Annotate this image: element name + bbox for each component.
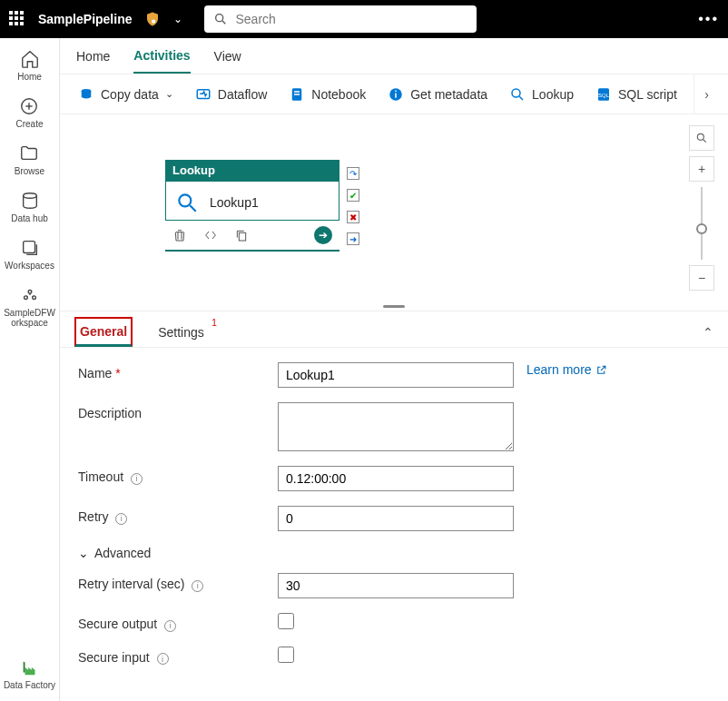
port-failure-icon[interactable]: ✖ bbox=[347, 211, 359, 223]
toolbar-label: Get metadata bbox=[410, 87, 487, 102]
info-icon[interactable]: i bbox=[164, 620, 176, 632]
svg-point-23 bbox=[697, 133, 703, 140]
nav-sample-workspace[interactable]: SampleDFWorkspace bbox=[4, 285, 56, 328]
learn-more-link[interactable]: Learn more bbox=[526, 362, 607, 377]
top-bar: SamplePipeline ⌄ ••• bbox=[0, 0, 728, 38]
port-success-icon[interactable]: ✔ bbox=[347, 189, 359, 202]
secure-input-checkbox[interactable] bbox=[278, 647, 294, 663]
chevron-down-icon: ⌄ bbox=[78, 546, 89, 560]
secure-output-checkbox[interactable] bbox=[278, 613, 294, 629]
svg-point-6 bbox=[23, 193, 36, 199]
toolbar-notebook[interactable]: Notebook bbox=[280, 81, 375, 108]
database-icon bbox=[20, 191, 40, 211]
code-icon[interactable] bbox=[203, 228, 218, 242]
toolbar-label: Dataflow bbox=[218, 87, 267, 102]
info-icon[interactable]: i bbox=[192, 580, 203, 592]
toolbar-dataflow[interactable]: Dataflow bbox=[186, 81, 276, 108]
nav-data-factory[interactable]: Data Factory bbox=[4, 657, 55, 690]
tab-home[interactable]: Home bbox=[76, 40, 110, 73]
retry-input[interactable] bbox=[278, 506, 514, 531]
zoom-slider[interactable] bbox=[701, 187, 703, 260]
app-launcher-icon[interactable] bbox=[9, 11, 25, 27]
svg-rect-12 bbox=[197, 89, 210, 98]
svg-rect-14 bbox=[294, 91, 300, 93]
svg-line-20 bbox=[519, 96, 523, 100]
node-name: Lookup1 bbox=[210, 195, 259, 210]
svg-rect-7 bbox=[23, 242, 34, 253]
nav-browse[interactable]: Browse bbox=[15, 143, 44, 176]
shield-icon bbox=[144, 11, 161, 27]
nav-label: Browse bbox=[15, 166, 44, 176]
settings-badge: 1 bbox=[212, 318, 217, 328]
top-tabs: Home Activities View bbox=[60, 38, 728, 74]
copy-icon[interactable] bbox=[234, 228, 249, 242]
timeout-label: Timeout i bbox=[78, 466, 278, 485]
plus-circle-icon bbox=[19, 96, 39, 116]
sql-icon: SQL bbox=[595, 86, 612, 103]
nav-workspaces[interactable]: Workspaces bbox=[5, 238, 54, 271]
timeout-input[interactable] bbox=[278, 466, 514, 491]
node-output-ports: ↷ ✔ ✖ ➜ bbox=[347, 167, 359, 245]
info-icon[interactable]: i bbox=[157, 653, 169, 665]
description-label: Description bbox=[78, 402, 278, 420]
svg-rect-27 bbox=[239, 232, 245, 241]
search-field[interactable] bbox=[204, 5, 477, 33]
notebook-icon bbox=[289, 86, 305, 103]
node-type-label: Lookup bbox=[165, 160, 339, 181]
description-input[interactable] bbox=[278, 402, 514, 451]
info-icon[interactable]: i bbox=[131, 473, 143, 485]
delete-icon[interactable] bbox=[172, 228, 187, 242]
properties-panel: Name * Learn more Description Timeout i … bbox=[60, 347, 728, 701]
more-icon[interactable]: ••• bbox=[698, 11, 719, 27]
svg-rect-18 bbox=[395, 90, 397, 92]
info-icon[interactable]: i bbox=[115, 513, 127, 525]
advanced-toggle[interactable]: ⌄ Advanced bbox=[78, 546, 710, 560]
data-factory-icon bbox=[20, 657, 40, 677]
name-input[interactable] bbox=[278, 362, 514, 388]
retry-interval-input[interactable] bbox=[278, 573, 514, 598]
toolbar-lookup[interactable]: Lookup bbox=[500, 81, 583, 108]
lookup-icon bbox=[175, 191, 199, 214]
svg-point-19 bbox=[512, 89, 520, 97]
svg-text:SQL: SQL bbox=[598, 93, 610, 98]
activities-toolbar: Copy data ⌄ Dataflow Notebook Get metada… bbox=[60, 74, 728, 114]
left-nav: Home Create Browse Data hub Workspaces S… bbox=[0, 38, 60, 701]
svg-point-25 bbox=[179, 194, 191, 206]
nav-label: SampleDFWorkspace bbox=[4, 308, 56, 328]
node-action-bar: ➔ bbox=[165, 221, 339, 252]
nav-create[interactable]: Create bbox=[15, 96, 43, 129]
pipeline-canvas[interactable]: + − Lookup Lookup1 ➔ ↷ ✔ bbox=[60, 114, 728, 305]
name-label: Name * bbox=[78, 362, 278, 380]
retry-label: Retry i bbox=[78, 506, 278, 525]
nav-home[interactable]: Home bbox=[17, 49, 42, 82]
panel-collapse-icon[interactable]: ⌃ bbox=[703, 325, 713, 340]
port-skip-icon[interactable]: ↷ bbox=[347, 167, 359, 180]
svg-line-26 bbox=[190, 205, 196, 212]
toolbar-copy-data[interactable]: Copy data ⌄ bbox=[69, 81, 182, 108]
search-icon bbox=[213, 12, 228, 26]
activity-node-lookup[interactable]: Lookup Lookup1 ➔ ↷ ✔ ✖ ➜ bbox=[165, 160, 339, 252]
toolbar-scroll-right[interactable]: › bbox=[694, 74, 719, 114]
panel-tab-general[interactable]: General bbox=[74, 317, 133, 347]
search-input[interactable] bbox=[235, 12, 467, 26]
toolbar-sql-script[interactable]: SQL SQL script bbox=[586, 81, 686, 108]
chevron-down-icon[interactable]: ⌄ bbox=[173, 13, 182, 25]
nav-label: Create bbox=[15, 119, 43, 129]
toolbar-label: Notebook bbox=[311, 87, 366, 102]
panel-tab-settings[interactable]: Settings 1 bbox=[154, 320, 208, 345]
tab-activities[interactable]: Activities bbox=[133, 39, 190, 74]
tab-view[interactable]: View bbox=[214, 40, 241, 73]
app-title: SamplePipeline bbox=[38, 12, 132, 26]
nav-label: Home bbox=[17, 72, 42, 82]
run-icon[interactable]: ➔ bbox=[314, 226, 332, 244]
zoom-fit-icon[interactable] bbox=[689, 125, 714, 151]
secure-input-label: Secure input i bbox=[78, 647, 278, 666]
zoom-out-button[interactable]: − bbox=[689, 265, 714, 291]
toolbar-label: Copy data bbox=[101, 87, 159, 102]
dataflow-icon bbox=[195, 86, 212, 103]
nav-data-hub[interactable]: Data hub bbox=[11, 191, 48, 223]
stack-icon bbox=[20, 238, 40, 258]
zoom-in-button[interactable]: + bbox=[689, 156, 714, 182]
toolbar-get-metadata[interactable]: Get metadata bbox=[379, 81, 497, 108]
port-completion-icon[interactable]: ➜ bbox=[347, 232, 359, 245]
